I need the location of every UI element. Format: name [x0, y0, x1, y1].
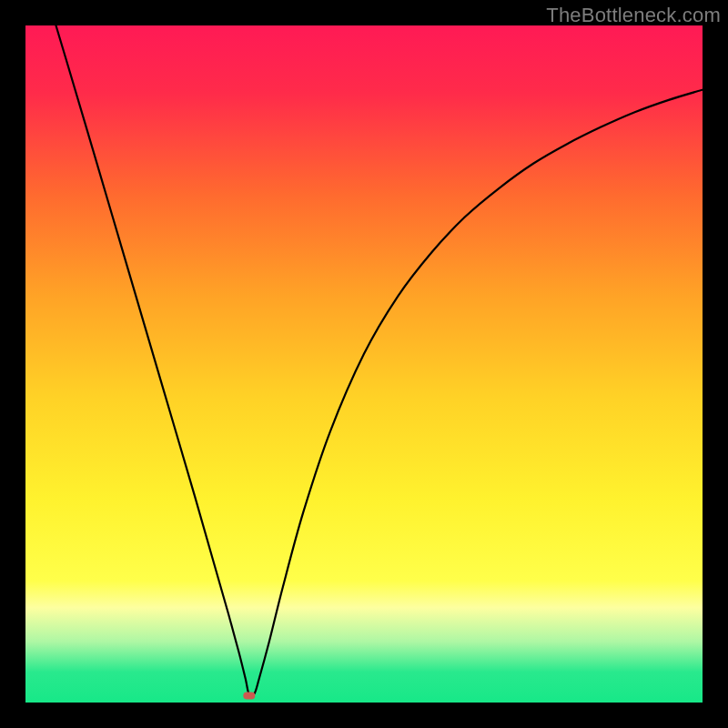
plot-area [25, 25, 703, 703]
watermark-text: TheBottleneck.com [546, 4, 721, 27]
chart-frame: TheBottleneck.com [0, 0, 728, 728]
optimal-point-marker [243, 692, 255, 700]
bottleneck-curve [25, 25, 703, 703]
